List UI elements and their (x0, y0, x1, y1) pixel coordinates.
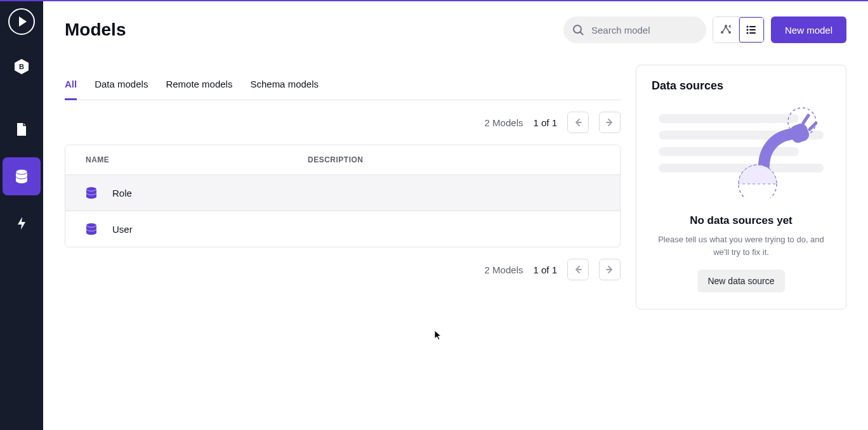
page-title: Models (65, 20, 126, 40)
svg-line-27 (803, 115, 808, 123)
svg-rect-26 (788, 122, 811, 145)
col-header-description: DESCRIPTION (308, 155, 600, 164)
tab-remote-models[interactable]: Remote models (166, 79, 232, 100)
page-position: 1 of 1 (533, 264, 557, 275)
view-graph-button[interactable] (713, 17, 739, 42)
view-list-button[interactable] (739, 17, 764, 42)
page-position: 1 of 1 (533, 117, 557, 128)
svg-rect-17 (749, 29, 756, 30)
pager-top: 2 Models 1 of 1 (65, 100, 621, 145)
table-row[interactable]: User (65, 211, 620, 247)
plug-icon (720, 103, 821, 198)
tabs: AllData modelsRemote modelsSchema models (65, 79, 621, 100)
sidebar-item-models[interactable] (3, 157, 41, 195)
svg-point-16 (747, 29, 749, 31)
arrow-left-icon (574, 265, 582, 274)
new-data-source-button[interactable]: New data source (697, 270, 784, 292)
svg-line-13 (729, 27, 730, 28)
tab-all[interactable]: All (65, 79, 77, 100)
database-icon (86, 186, 97, 199)
col-header-name: NAME (86, 155, 308, 164)
pager-bottom: 2 Models 1 of 1 (65, 247, 621, 292)
arrow-right-icon (605, 265, 614, 274)
svg-point-18 (747, 32, 749, 34)
page-next-button[interactable] (599, 112, 621, 133)
svg-rect-15 (749, 26, 756, 27)
hex-b-icon[interactable]: B (12, 57, 31, 76)
data-sources-title: Data sources (652, 79, 831, 93)
table-header: NAME DESCRIPTION (65, 145, 620, 175)
page-prev-button[interactable] (567, 112, 589, 133)
models-table: NAME DESCRIPTION RoleUser (65, 145, 621, 247)
empty-state-subtitle: Please tell us what you were trying to d… (652, 233, 831, 258)
search-wrap (563, 16, 706, 43)
logo-play-icon[interactable] (8, 8, 36, 36)
page-next-button[interactable] (599, 259, 621, 280)
svg-text:B: B (19, 63, 24, 70)
sidebar-item-actions[interactable] (3, 204, 41, 242)
arrow-right-icon (605, 118, 614, 127)
svg-line-28 (810, 123, 816, 129)
view-toggle (713, 16, 765, 43)
data-sources-panel: Data sources (636, 65, 846, 309)
row-name-text: Role (112, 188, 132, 199)
svg-line-9 (723, 27, 726, 32)
row-name-text: User (112, 224, 133, 235)
page-prev-button[interactable] (567, 259, 589, 280)
database-icon (86, 223, 97, 235)
arrow-left-icon (574, 118, 582, 127)
sidebar-item-page[interactable] (3, 110, 41, 148)
sidebar: B (0, 1, 43, 430)
empty-state-title: No data sources yet (652, 214, 831, 227)
tab-data-models[interactable]: Data models (95, 79, 148, 100)
table-row[interactable]: Role (65, 175, 620, 211)
svg-line-10 (726, 27, 729, 32)
content-area: Models (43, 1, 868, 430)
search-input[interactable] (563, 16, 706, 43)
svg-point-14 (747, 26, 749, 28)
new-model-button[interactable]: New model (771, 16, 846, 43)
empty-illustration (659, 108, 824, 203)
svg-rect-19 (749, 32, 756, 34)
model-count: 2 Models (485, 117, 523, 128)
tab-schema-models[interactable]: Schema models (250, 79, 319, 100)
model-count: 2 Models (485, 264, 523, 275)
